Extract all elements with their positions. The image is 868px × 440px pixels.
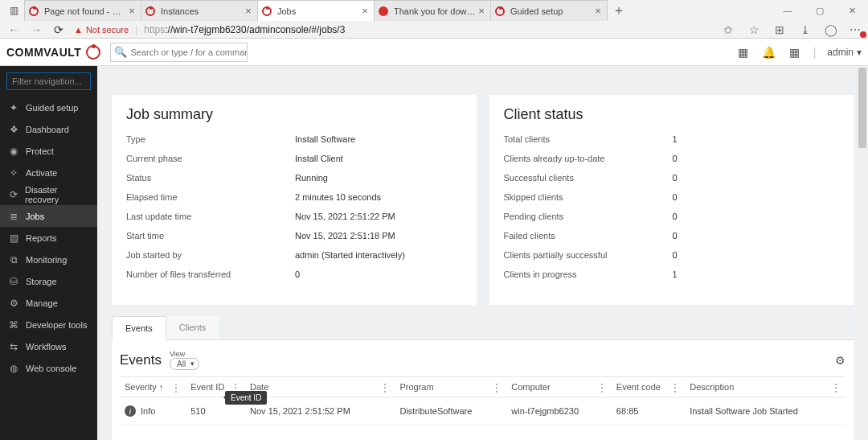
- address-bar-row: ← → ⟳ ▲ Not secure | https://win-t7ejgmb…: [0, 21, 868, 38]
- column-header[interactable]: Date⋮: [245, 377, 395, 397]
- sidebar-item-reports[interactable]: ▤Reports: [0, 227, 97, 249]
- edb-favicon: [379, 6, 388, 16]
- summary-value: 0: [673, 154, 689, 163]
- bell-icon[interactable]: 🔔: [762, 45, 776, 60]
- chevron-down-icon: ▾: [857, 47, 862, 58]
- close-window-button[interactable]: ✕: [836, 0, 868, 21]
- tab-title: Instances: [161, 6, 243, 16]
- sidebar-item-icon: ⚙: [8, 298, 19, 309]
- window-controls: — ▢ ✕: [772, 0, 868, 21]
- new-tab-button[interactable]: ＋: [607, 2, 626, 19]
- sidebar-item-developer-tools[interactable]: ⌘Developer tools: [0, 314, 97, 335]
- events-heading: Events: [120, 352, 162, 368]
- column-header[interactable]: Program⋮: [395, 377, 506, 397]
- reload-button[interactable]: ⟳: [51, 23, 66, 37]
- summary-row: Clients partially successful0: [504, 250, 840, 260]
- close-tab-button[interactable]: ×: [592, 5, 604, 17]
- summary-key: Clients in progress: [504, 269, 673, 279]
- more-menu-button[interactable]: ⋯: [850, 23, 862, 36]
- browser-tab[interactable]: Jobs×: [257, 0, 375, 21]
- sidebar-item-protect[interactable]: ◉Protect: [0, 140, 97, 162]
- tab-clients[interactable]: Clients: [166, 316, 219, 339]
- column-header[interactable]: Description⋮: [685, 377, 845, 397]
- column-menu-button[interactable]: ⋮: [597, 382, 607, 393]
- tooltip-event-id: Event ID: [225, 391, 267, 405]
- column-header[interactable]: Severity ↑⋮: [120, 377, 186, 397]
- address-bar[interactable]: ▲ Not secure | https://win-t7ejgmb6230/a…: [74, 24, 713, 35]
- sidebar-filter[interactable]: Filter navigation...: [6, 72, 91, 90]
- summary-value: Nov 15, 2021 2:51:22 PM: [295, 212, 395, 221]
- extensions-icon[interactable]: ⊞: [772, 23, 787, 37]
- tab-title: Guided setup: [510, 6, 592, 16]
- column-header[interactable]: Event code⋮: [612, 377, 685, 397]
- close-tab-button[interactable]: ×: [476, 5, 487, 17]
- event-code-cell: 68:85: [612, 397, 685, 426]
- sidebar-item-label: Monitoring: [26, 255, 67, 265]
- view-label: View: [170, 350, 199, 358]
- sidebar-item-label: Manage: [26, 298, 58, 308]
- sidebar-item-label: Developer tools: [26, 320, 87, 330]
- security-indicator[interactable]: ▲ Not secure: [74, 25, 129, 35]
- column-menu-button[interactable]: ⋮: [492, 382, 502, 393]
- favorite-icon[interactable]: ✩: [721, 23, 735, 37]
- profile-icon[interactable]: ◯: [824, 23, 838, 37]
- sidebar-item-dashboard[interactable]: ❖Dashboard: [0, 118, 97, 140]
- sidebar-item-manage[interactable]: ⚙Manage: [0, 292, 97, 314]
- summary-value: 0: [673, 231, 689, 241]
- scrollbar[interactable]: [857, 66, 868, 440]
- search-input[interactable]: [130, 43, 247, 61]
- sidebar-item-jobs[interactable]: ≣Jobs: [0, 205, 97, 227]
- column-label: Program: [399, 382, 433, 392]
- downloads-icon[interactable]: ⤓: [798, 23, 813, 37]
- severity-cell: Info: [141, 406, 155, 416]
- commvault-logo[interactable]: COMMVAULT: [6, 45, 100, 60]
- summary-key: Pending clients: [504, 212, 673, 221]
- job-summary-heading: Job summary: [126, 106, 462, 123]
- calendar-icon[interactable]: ▦: [736, 45, 751, 60]
- sidebar-item-icon: ❖: [8, 124, 19, 135]
- summary-row: Job started byadmin (Started interactive…: [126, 250, 462, 260]
- bookmark-icon[interactable]: ☆: [747, 23, 761, 37]
- summary-row: Last update timeNov 15, 2021 2:51:22 PM: [126, 212, 462, 221]
- sidebar-item-web-console[interactable]: ◍Web console: [0, 357, 97, 379]
- tab-events[interactable]: Events: [112, 316, 166, 340]
- sidebar-item-activate[interactable]: ✧Activate: [0, 162, 97, 183]
- sidebar-item-storage[interactable]: ⛁Storage: [0, 270, 97, 292]
- browser-tab[interactable]: Guided setup×: [490, 0, 608, 21]
- sidebar-item-disaster-recovery[interactable]: ⟳Disaster recovery: [0, 183, 97, 205]
- sidebar-item-monitoring[interactable]: ⧉Monitoring: [0, 249, 97, 270]
- column-header[interactable]: Computer⋮: [506, 377, 612, 397]
- browser-tab[interactable]: Thank you for downloading EDB×: [374, 0, 491, 21]
- tab-search-icon[interactable]: ▥: [3, 2, 24, 19]
- summary-value: 1: [673, 134, 689, 144]
- apps-grid-icon[interactable]: ▦: [788, 45, 802, 60]
- command-search[interactable]: 🔍: [110, 43, 248, 62]
- close-tab-button[interactable]: ×: [126, 5, 137, 17]
- view-filter-dropdown[interactable]: All: [170, 358, 199, 370]
- app-header: COMMVAULT 🔍 ▦ 🔔 ▦ | admin ▾: [0, 39, 868, 66]
- browser-tab[interactable]: Page not found - Commvault×: [24, 0, 141, 21]
- minimize-button[interactable]: —: [772, 0, 804, 21]
- close-tab-button[interactable]: ×: [359, 5, 371, 17]
- close-tab-button[interactable]: ×: [243, 5, 254, 17]
- summary-value: Install Software: [295, 134, 355, 144]
- column-menu-button[interactable]: ⋮: [380, 382, 390, 393]
- sidebar-item-workflows[interactable]: ⇆Workflows: [0, 335, 97, 357]
- summary-row: TypeInstall Software: [126, 134, 462, 144]
- maximize-button[interactable]: ▢: [804, 0, 836, 21]
- browser-tab[interactable]: Instances×: [141, 0, 258, 21]
- job-summary-panel: Job summary TypeInstall SoftwareCurrent …: [112, 95, 477, 305]
- summary-value: admin (Started interactively): [295, 250, 405, 260]
- sidebar-item-guided-setup[interactable]: ✦Guided setup: [0, 97, 97, 118]
- sidebar-item-icon: ✧: [8, 167, 19, 179]
- tab-title: Page not found - Commvault: [44, 6, 126, 16]
- events-settings-button[interactable]: ⚙: [835, 354, 845, 367]
- column-menu-button[interactable]: ⋮: [670, 382, 680, 393]
- column-menu-button[interactable]: ⋮: [171, 382, 181, 393]
- sidebar: Filter navigation... ✦Guided setup❖Dashb…: [0, 66, 97, 440]
- user-menu[interactable]: admin ▾: [827, 47, 862, 58]
- summary-key: Type: [126, 134, 295, 144]
- main-content: Job summary TypeInstall SoftwareCurrent …: [97, 66, 868, 440]
- column-menu-button[interactable]: ⋮: [831, 382, 841, 393]
- back-button[interactable]: ←: [6, 23, 21, 37]
